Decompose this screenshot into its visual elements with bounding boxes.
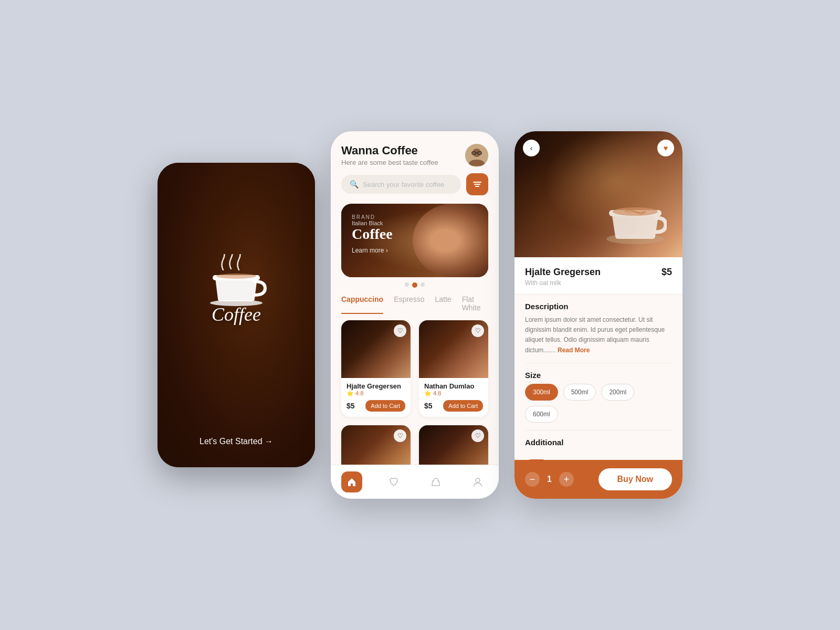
search-placeholder: Search your favorite coffee — [363, 181, 444, 188]
addon-oat-milk: Oat Milk $2 — [514, 453, 682, 460]
size-options: 300ml 500ml 200ml 600ml — [525, 384, 672, 423]
detail-footer: − 1 + Buy Now — [514, 460, 682, 499]
coffee-card-3-heart[interactable]: ♡ — [394, 429, 406, 442]
back-button[interactable]: ‹ — [523, 140, 540, 156]
phone2-titles: Wanna Coffee Here are some best taste co… — [341, 144, 438, 166]
home-icon — [346, 477, 357, 487]
dot-3[interactable] — [421, 282, 425, 287]
quantity-controls: − 1 + — [525, 472, 574, 487]
svg-point-11 — [476, 478, 480, 482]
nav-profile[interactable] — [467, 471, 488, 492]
tab-latte[interactable]: Latte — [435, 295, 451, 314]
dot-1[interactable] — [405, 282, 409, 287]
banner-section: BRAND Italian Black Coffee Learn more › — [331, 204, 499, 277]
coffee-card-2-row: $5 Add to Cart — [424, 400, 483, 412]
coffee-card-2-rating: ⭐ 4.8 — [424, 390, 483, 397]
size-300ml[interactable]: 300ml — [525, 384, 558, 401]
get-started-button[interactable]: Let's Get Started → — [200, 437, 273, 446]
add-cart-button-1[interactable]: Add to Cart — [365, 400, 405, 412]
banner-brand: BRAND — [352, 214, 393, 220]
size-600ml[interactable]: 600ml — [525, 406, 558, 423]
nav-cart[interactable] — [425, 471, 446, 492]
nav-home[interactable] — [341, 471, 362, 492]
phone2-header: Wanna Coffee Here are some best taste co… — [331, 131, 499, 173]
additional-section-header: Additional — [514, 430, 682, 453]
banner-learn-more[interactable]: Learn more › — [352, 247, 393, 254]
tab-espresso[interactable]: Espresso — [394, 295, 424, 314]
size-label: Size — [525, 371, 672, 380]
phones-container: Coffee Let's Get Started → Wanna Coffee … — [158, 131, 682, 499]
detail-item-sub: With oat milk — [525, 279, 601, 287]
coffee-card-1-info: Hjalte Gregersen ⭐ 4.8 $5 Add to Cart — [341, 378, 411, 417]
coffee-card-4-image: ♡ — [419, 425, 488, 465]
nav-favorites[interactable] — [383, 471, 404, 492]
favorite-button[interactable]: ♥ — [657, 140, 674, 156]
description-text: Lorem ipsum dolor sit amet consectetur. … — [525, 315, 672, 355]
search-row: 🔍 Search your favorite coffee — [331, 173, 499, 204]
detail-image: ‹ ♥ — [514, 131, 682, 257]
search-icon: 🔍 — [350, 180, 359, 188]
bottom-navigation — [331, 465, 499, 499]
phone3-detail: ‹ ♥ Hjalte Gregersen With oat milk $5 De… — [514, 131, 682, 499]
dot-2-active[interactable] — [412, 282, 417, 288]
read-more-link[interactable]: Read More — [558, 346, 590, 354]
banner-text: BRAND Italian Black Coffee Learn more › — [352, 214, 393, 254]
size-500ml[interactable]: 500ml — [563, 384, 596, 401]
coffee-card-2-info: Nathan Dumlao ⭐ 4.8 $5 Add to Cart — [419, 378, 488, 417]
phone2-main: Wanna Coffee Here are some best taste co… — [331, 131, 499, 499]
coffee-logo-container: Coffee — [205, 254, 268, 326]
add-cart-button-2[interactable]: Add to Cart — [443, 400, 483, 412]
banner-latte-art — [413, 204, 488, 277]
size-section: Size 300ml 500ml 200ml 600ml — [514, 363, 682, 430]
coffee-grid: ♡ Hjalte Gregersen ⭐ 4.8 $5 Add to Cart — [331, 320, 499, 465]
phone1-splash: Coffee Let's Get Started → — [158, 163, 315, 467]
coffee-card-2[interactable]: ♡ Nathan Dumlao ⭐ 4.8 $5 Add to Cart — [419, 320, 488, 417]
heart-nav-icon — [388, 477, 399, 487]
qty-decrease-button[interactable]: − — [525, 472, 540, 487]
coffee-card-1-name: Hjalte Gregersen — [346, 382, 405, 390]
toggle-oat-milk[interactable] — [525, 459, 548, 460]
phone2-scroll-content[interactable]: Wanna Coffee Here are some best taste co… — [331, 131, 499, 465]
search-bar[interactable]: 🔍 Search your favorite coffee — [341, 175, 461, 194]
banner-title: Coffee — [352, 226, 393, 243]
filter-button[interactable] — [466, 173, 488, 195]
quantity-display: 1 — [547, 475, 552, 484]
phone2-main-title: Wanna Coffee — [341, 144, 438, 158]
user-avatar[interactable] — [465, 144, 488, 167]
filter-icon — [472, 180, 482, 189]
coffee-card-4-heart[interactable]: ♡ — [471, 429, 484, 442]
banner-card[interactable]: BRAND Italian Black Coffee Learn more › — [341, 204, 488, 277]
svg-point-2 — [216, 274, 256, 279]
detail-cup-art — [604, 194, 667, 247]
buy-now-button[interactable]: Buy Now — [598, 468, 672, 490]
coffee-card-1[interactable]: ♡ Hjalte Gregersen ⭐ 4.8 $5 Add to Cart — [341, 320, 411, 417]
category-tabs: Cappuccino Espresso Latte Flat White — [331, 293, 499, 320]
coffee-card-3-image: ♡ — [341, 425, 411, 465]
description-section: Description Lorem ipsum dolor sit amet c… — [514, 295, 682, 363]
detail-body[interactable]: Hjalte Gregersen With oat milk $5 Descri… — [514, 257, 682, 460]
coffee-brand-text: Coffee — [205, 303, 268, 326]
qty-increase-button[interactable]: + — [559, 472, 574, 487]
coffee-card-2-name: Nathan Dumlao — [424, 382, 483, 390]
coffee-card-1-rating: ⭐ 4.8 — [346, 390, 405, 397]
detail-header: Hjalte Gregersen With oat milk $5 — [514, 257, 682, 295]
coffee-card-1-price: $5 — [346, 402, 355, 410]
coffee-card-2-price: $5 — [424, 402, 433, 410]
coffee-cup-icon — [205, 254, 268, 307]
coffee-card-4[interactable]: ♡ Luke Porter ⭐ 4.8 $5 Add to Cart — [419, 425, 488, 465]
coffee-card-1-image: ♡ — [341, 320, 411, 378]
detail-item-name: Hjalte Gregersen — [525, 267, 601, 278]
coffee-card-2-heart[interactable]: ♡ — [471, 324, 484, 337]
bag-icon — [430, 477, 441, 487]
coffee-card-3[interactable]: ♡ Gregersen ⭐ 4.8 $5 Add to Cart — [341, 425, 411, 465]
detail-item-price: $5 — [662, 267, 672, 278]
tab-cappuccino[interactable]: Cappuccino — [341, 295, 383, 314]
tab-flatwhite[interactable]: Flat White — [462, 295, 488, 314]
phone2-main-subtitle: Here are some best taste coffee — [341, 159, 438, 166]
coffee-card-1-heart[interactable]: ♡ — [394, 324, 406, 337]
description-label: Description — [525, 302, 672, 311]
banner-dots — [331, 277, 499, 293]
additional-label: Additional — [525, 438, 672, 447]
size-200ml[interactable]: 200ml — [601, 384, 634, 401]
coffee-card-1-row: $5 Add to Cart — [346, 400, 405, 412]
